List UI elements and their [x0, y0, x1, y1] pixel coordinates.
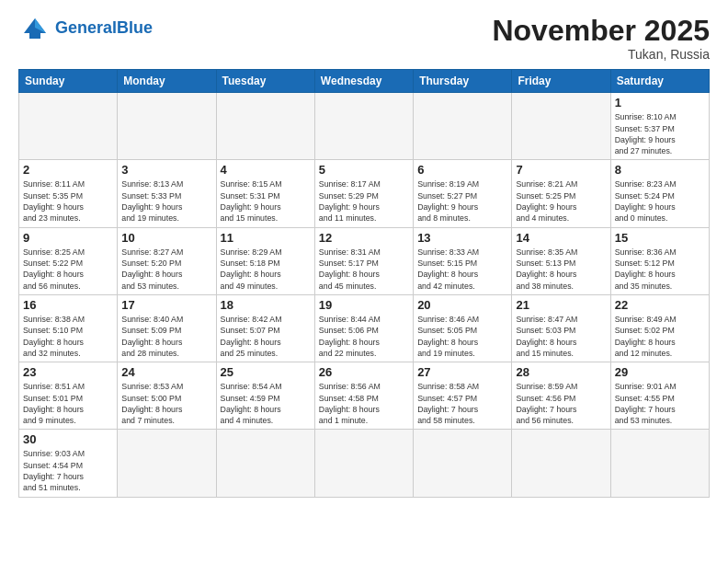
calendar-cell: 13Sunrise: 8:33 AMSunset: 5:15 PMDayligh…	[414, 227, 512, 294]
day-info: Sunrise: 8:40 AMSunset: 5:09 PMDaylight:…	[121, 314, 211, 359]
calendar-cell: 12Sunrise: 8:31 AMSunset: 5:17 PMDayligh…	[314, 227, 413, 294]
calendar-cell: 4Sunrise: 8:15 AMSunset: 5:31 PMDaylight…	[216, 160, 314, 227]
calendar-cell	[610, 430, 709, 497]
calendar-cell: 30Sunrise: 9:03 AMSunset: 4:54 PMDayligh…	[19, 430, 118, 497]
calendar-cell: 20Sunrise: 8:46 AMSunset: 5:05 PMDayligh…	[414, 294, 512, 362]
day-info: Sunrise: 8:11 AMSunset: 5:35 PMDaylight:…	[23, 178, 113, 224]
day-number: 30	[23, 432, 113, 446]
day-info: Sunrise: 8:54 AMSunset: 4:59 PMDaylight:…	[221, 381, 311, 426]
calendar-cell	[512, 430, 610, 497]
day-info: Sunrise: 8:36 AMSunset: 5:12 PMDaylight:…	[615, 247, 705, 292]
calendar-cell	[314, 430, 413, 497]
day-info: Sunrise: 8:56 AMSunset: 4:58 PMDaylight:…	[319, 381, 409, 426]
calendar-cell: 10Sunrise: 8:27 AMSunset: 5:20 PMDayligh…	[118, 227, 216, 294]
day-info: Sunrise: 8:31 AMSunset: 5:17 PMDaylight:…	[319, 247, 409, 292]
day-info: Sunrise: 8:27 AMSunset: 5:20 PMDaylight:…	[121, 247, 211, 292]
logo-text: GeneralBlue	[55, 18, 153, 37]
day-number: 4	[221, 163, 311, 177]
calendar-cell: 11Sunrise: 8:29 AMSunset: 5:18 PMDayligh…	[216, 227, 314, 294]
day-number: 25	[221, 365, 311, 379]
day-info: Sunrise: 8:13 AMSunset: 5:33 PMDaylight:…	[121, 178, 211, 224]
weekday-header-sunday: Sunday	[19, 70, 118, 93]
title-block: November 2025 Tukan, Russia	[492, 15, 710, 62]
day-number: 17	[121, 298, 211, 312]
day-number: 19	[319, 298, 409, 312]
calendar-cell: 16Sunrise: 8:38 AMSunset: 5:10 PMDayligh…	[19, 294, 118, 362]
weekday-header-saturday: Saturday	[610, 70, 709, 93]
calendar-cell: 3Sunrise: 8:13 AMSunset: 5:33 PMDaylight…	[118, 160, 216, 227]
calendar-cell: 29Sunrise: 9:01 AMSunset: 4:55 PMDayligh…	[610, 362, 709, 430]
calendar-cell	[118, 93, 216, 160]
calendar-cell: 9Sunrise: 8:25 AMSunset: 5:22 PMDaylight…	[19, 227, 118, 294]
day-info: Sunrise: 8:38 AMSunset: 5:10 PMDaylight:…	[23, 314, 113, 359]
calendar-cell: 19Sunrise: 8:44 AMSunset: 5:06 PMDayligh…	[314, 294, 413, 362]
location-subtitle: Tukan, Russia	[492, 47, 710, 62]
day-info: Sunrise: 8:53 AMSunset: 5:00 PMDaylight:…	[121, 381, 211, 426]
calendar-week-row: 16Sunrise: 8:38 AMSunset: 5:10 PMDayligh…	[19, 294, 710, 362]
day-number: 10	[121, 231, 211, 245]
day-number: 9	[23, 231, 113, 245]
calendar-cell	[414, 430, 512, 497]
day-info: Sunrise: 8:42 AMSunset: 5:07 PMDaylight:…	[221, 314, 311, 359]
day-number: 26	[319, 365, 409, 379]
day-number: 6	[417, 163, 507, 177]
calendar-cell	[512, 93, 610, 160]
calendar-cell	[118, 430, 216, 497]
weekday-header-wednesday: Wednesday	[314, 70, 413, 93]
calendar-week-row: 23Sunrise: 8:51 AMSunset: 5:01 PMDayligh…	[19, 362, 710, 430]
day-number: 11	[221, 231, 311, 245]
day-number: 18	[221, 298, 311, 312]
day-info: Sunrise: 8:44 AMSunset: 5:06 PMDaylight:…	[319, 314, 409, 359]
calendar-cell: 18Sunrise: 8:42 AMSunset: 5:07 PMDayligh…	[216, 294, 314, 362]
day-info: Sunrise: 8:58 AMSunset: 4:57 PMDaylight:…	[417, 381, 507, 426]
day-info: Sunrise: 8:59 AMSunset: 4:56 PMDaylight:…	[516, 381, 606, 426]
day-info: Sunrise: 9:01 AMSunset: 4:55 PMDaylight:…	[615, 381, 705, 426]
day-number: 16	[23, 298, 113, 312]
day-info: Sunrise: 8:49 AMSunset: 5:02 PMDaylight:…	[615, 314, 705, 359]
day-info: Sunrise: 8:10 AMSunset: 5:37 PMDaylight:…	[615, 111, 705, 156]
weekday-header-tuesday: Tuesday	[216, 70, 314, 93]
logo-icon	[18, 15, 51, 40]
calendar-cell	[19, 93, 118, 160]
day-number: 13	[417, 231, 507, 245]
calendar-header-row: SundayMondayTuesdayWednesdayThursdayFrid…	[19, 70, 710, 93]
day-info: Sunrise: 8:21 AMSunset: 5:25 PMDaylight:…	[516, 178, 606, 224]
weekday-header-monday: Monday	[118, 70, 216, 93]
day-number: 28	[516, 365, 606, 379]
day-number: 21	[516, 298, 606, 312]
day-number: 14	[516, 231, 606, 245]
calendar-cell: 24Sunrise: 8:53 AMSunset: 5:00 PMDayligh…	[118, 362, 216, 430]
day-info: Sunrise: 8:35 AMSunset: 5:13 PMDaylight:…	[516, 247, 606, 292]
calendar-cell: 2Sunrise: 8:11 AMSunset: 5:35 PMDaylight…	[19, 160, 118, 227]
calendar-cell: 28Sunrise: 8:59 AMSunset: 4:56 PMDayligh…	[512, 362, 610, 430]
day-number: 5	[319, 163, 409, 177]
day-info: Sunrise: 8:17 AMSunset: 5:29 PMDaylight:…	[319, 178, 409, 224]
day-number: 7	[516, 163, 606, 177]
day-info: Sunrise: 8:46 AMSunset: 5:05 PMDaylight:…	[417, 314, 507, 359]
day-info: Sunrise: 9:03 AMSunset: 4:54 PMDaylight:…	[23, 448, 113, 493]
day-info: Sunrise: 8:29 AMSunset: 5:18 PMDaylight:…	[221, 247, 311, 292]
day-number: 2	[23, 163, 113, 177]
day-number: 3	[121, 163, 211, 177]
calendar-cell: 17Sunrise: 8:40 AMSunset: 5:09 PMDayligh…	[118, 294, 216, 362]
day-info: Sunrise: 8:47 AMSunset: 5:03 PMDaylight:…	[516, 314, 606, 359]
calendar-cell: 1Sunrise: 8:10 AMSunset: 5:37 PMDaylight…	[610, 93, 709, 160]
calendar-cell: 15Sunrise: 8:36 AMSunset: 5:12 PMDayligh…	[610, 227, 709, 294]
month-title: November 2025	[492, 15, 710, 47]
day-number: 23	[23, 365, 113, 379]
calendar-cell: 25Sunrise: 8:54 AMSunset: 4:59 PMDayligh…	[216, 362, 314, 430]
logo: GeneralBlue	[18, 15, 153, 40]
calendar-week-row: 2Sunrise: 8:11 AMSunset: 5:35 PMDaylight…	[19, 160, 710, 227]
day-number: 1	[615, 96, 705, 109]
day-info: Sunrise: 8:51 AMSunset: 5:01 PMDaylight:…	[23, 381, 113, 426]
weekday-header-friday: Friday	[512, 70, 610, 93]
day-number: 24	[121, 365, 211, 379]
day-info: Sunrise: 8:23 AMSunset: 5:24 PMDaylight:…	[615, 178, 705, 224]
day-number: 20	[417, 298, 507, 312]
calendar-cell: 27Sunrise: 8:58 AMSunset: 4:57 PMDayligh…	[414, 362, 512, 430]
calendar-cell: 6Sunrise: 8:19 AMSunset: 5:27 PMDaylight…	[414, 160, 512, 227]
day-number: 12	[319, 231, 409, 245]
calendar-cell: 7Sunrise: 8:21 AMSunset: 5:25 PMDaylight…	[512, 160, 610, 227]
day-number: 27	[417, 365, 507, 379]
calendar-cell	[414, 93, 512, 160]
